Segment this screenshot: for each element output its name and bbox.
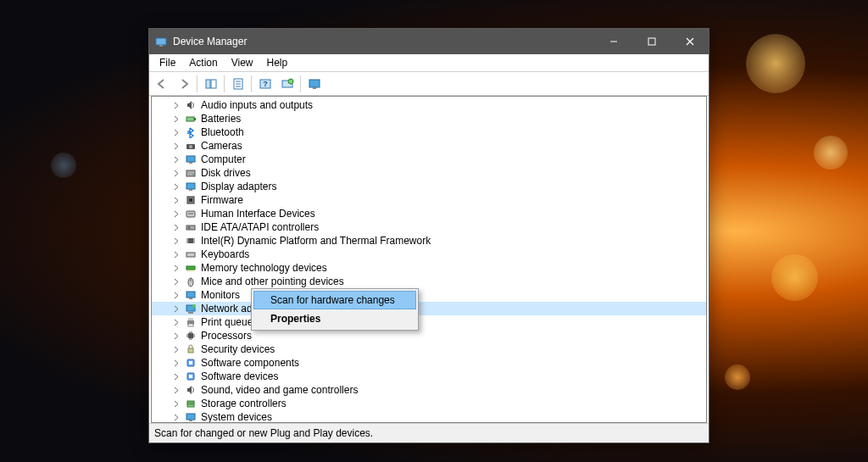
context-properties[interactable]: Properties <box>253 309 416 328</box>
svg-point-16 <box>288 79 293 84</box>
audio-icon <box>184 98 198 112</box>
tree-item-hid[interactable]: Human Interface Devices <box>152 207 706 220</box>
tree-item-sound[interactable]: Sound, video and game controllers <box>152 383 706 397</box>
svg-point-26 <box>192 174 194 175</box>
tree-item-camera[interactable]: Cameras <box>152 139 706 153</box>
tree-item-storage[interactable]: Storage controllers <box>152 397 706 410</box>
expander-icon[interactable] <box>172 169 181 178</box>
tree-item-disk[interactable]: Disk drives <box>152 166 706 180</box>
svg-rect-69 <box>188 348 193 353</box>
context-scan-hardware[interactable]: Scan for hardware changes <box>253 291 416 309</box>
tree-item-system[interactable]: System devices <box>152 410 706 422</box>
expander-icon[interactable] <box>172 264 181 273</box>
expander-icon[interactable] <box>172 386 181 395</box>
mouse-icon <box>184 275 198 288</box>
ide-icon <box>184 220 198 234</box>
expander-icon[interactable] <box>172 359 181 368</box>
expander-icon[interactable] <box>172 331 181 341</box>
tree-item-computer[interactable]: Computer <box>152 153 706 166</box>
svg-rect-77 <box>186 414 195 420</box>
menu-help[interactable]: Help <box>260 55 295 70</box>
menu-action[interactable]: Action <box>182 55 224 70</box>
tree-item-firmware[interactable]: Firmware <box>152 193 706 207</box>
expander-icon[interactable] <box>172 291 181 300</box>
titlebar[interactable]: Device Manager <box>149 29 709 54</box>
minimize-button[interactable] <box>594 29 632 54</box>
expander-icon[interactable] <box>172 372 181 381</box>
expander-icon[interactable] <box>172 196 181 205</box>
expander-icon[interactable] <box>172 128 181 137</box>
bluetooth-icon <box>184 125 198 139</box>
scan-hardware-toolbar-button[interactable] <box>276 73 298 94</box>
svg-rect-53 <box>189 298 192 299</box>
forward-button[interactable] <box>173 73 194 94</box>
expander-icon[interactable] <box>172 413 181 422</box>
desktop: Device Manager File Action View Help ? A <box>0 0 868 462</box>
tree-item-label: Human Interface Devices <box>201 208 315 220</box>
svg-rect-0 <box>156 38 166 45</box>
tree-item-bluetooth[interactable]: Bluetooth <box>152 125 706 139</box>
expander-icon[interactable] <box>172 182 181 192</box>
svg-rect-71 <box>189 361 192 365</box>
hid-icon <box>184 207 198 220</box>
svg-rect-73 <box>189 375 192 378</box>
svg-rect-24 <box>189 162 192 164</box>
properties-toolbar-button[interactable] <box>227 73 248 94</box>
svg-rect-52 <box>186 292 195 298</box>
tree-item-monitor[interactable]: Monitors <box>152 288 706 302</box>
svg-text:?: ? <box>263 80 268 88</box>
expander-icon[interactable] <box>172 209 181 219</box>
tree-item-network[interactable]: Network adapt <box>152 302 706 315</box>
tree-item-keyboard[interactable]: Keyboards <box>152 248 706 261</box>
svg-rect-23 <box>186 156 195 162</box>
tree-item-label: System devices <box>201 411 272 422</box>
expander-icon[interactable] <box>172 399 181 409</box>
expander-icon[interactable] <box>172 155 181 164</box>
help-toolbar-button[interactable]: ? <box>254 73 275 94</box>
monitor-toolbar-button[interactable] <box>303 73 325 94</box>
svg-point-34 <box>188 226 191 229</box>
tree-item-display[interactable]: Display adapters <box>152 180 706 193</box>
svg-rect-48 <box>191 270 192 271</box>
tree-item-audio[interactable]: Audio inputs and outputs <box>152 98 706 112</box>
show-hide-console-button[interactable] <box>200 73 221 94</box>
maximize-button[interactable] <box>632 29 670 54</box>
tree-item-security[interactable]: Security devices <box>152 342 706 356</box>
security-icon <box>184 342 198 356</box>
expander-icon[interactable] <box>172 304 181 314</box>
expander-icon[interactable] <box>172 223 181 232</box>
svg-rect-17 <box>309 80 320 87</box>
tree-item-label: Software components <box>201 357 299 369</box>
expander-icon[interactable] <box>172 250 181 259</box>
tree-item-label: Memory technology devices <box>201 262 327 274</box>
tree-item-ide[interactable]: IDE ATA/ATAPI controllers <box>152 220 706 234</box>
tree-item-battery[interactable]: Batteries <box>152 112 706 125</box>
expander-icon[interactable] <box>172 318 181 327</box>
back-button[interactable] <box>151 73 172 94</box>
expander-icon[interactable] <box>172 142 181 151</box>
expander-icon[interactable] <box>172 237 181 246</box>
expander-icon[interactable] <box>172 114 181 124</box>
svg-point-56 <box>192 304 196 308</box>
expander-icon[interactable] <box>172 345 181 354</box>
svg-rect-28 <box>189 189 192 191</box>
tree-item-cpu[interactable]: Processors <box>152 329 706 342</box>
tree-item-memory[interactable]: Memory technology devices <box>152 261 706 275</box>
statusbar-text: Scan for changed or new Plug and Play de… <box>154 427 373 439</box>
device-tree[interactable]: Audio inputs and outputsBatteriesBluetoo… <box>152 97 706 422</box>
tree-item-soft[interactable]: Software components <box>152 356 706 370</box>
tree-item-chip[interactable]: Intel(R) Dynamic Platform and Thermal Fr… <box>152 234 706 248</box>
chip-icon <box>184 234 198 248</box>
tree-item-label: Display adapters <box>201 181 276 192</box>
menu-view[interactable]: View <box>225 55 260 70</box>
close-button[interactable] <box>670 29 709 54</box>
tree-item-printer[interactable]: Print queues <box>152 315 706 329</box>
expander-icon[interactable] <box>172 277 181 287</box>
app-icon <box>154 35 168 48</box>
tree-item-soft[interactable]: Software devices <box>152 370 706 383</box>
menu-file[interactable]: File <box>153 55 182 70</box>
tree-item-label: Software devices <box>201 370 278 382</box>
expander-icon[interactable] <box>172 101 181 110</box>
tree-item-label: Bluetooth <box>201 126 244 138</box>
tree-item-mouse[interactable]: Mice and other pointing devices <box>152 275 706 288</box>
